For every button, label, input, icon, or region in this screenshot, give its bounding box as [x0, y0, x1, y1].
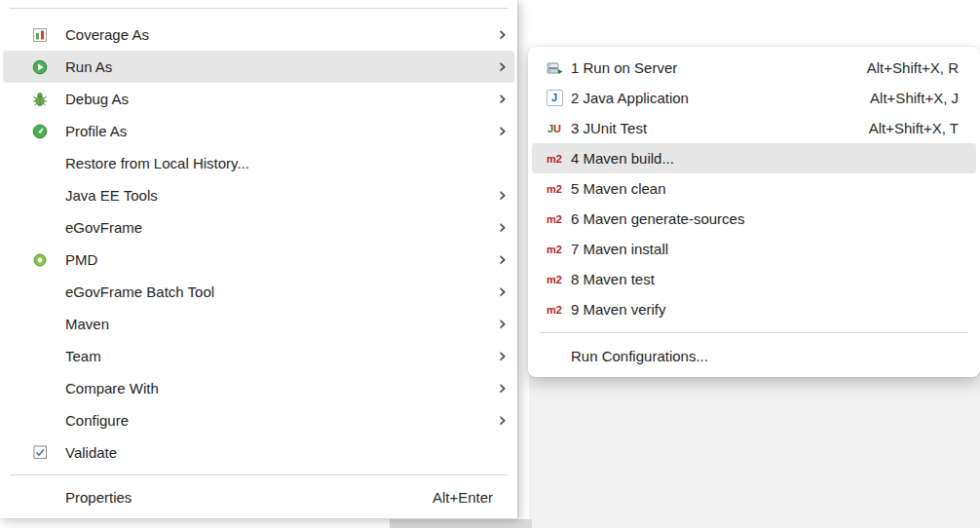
- chevron-right-icon: ›: [499, 409, 507, 430]
- menu-item-label: PMD: [65, 251, 97, 268]
- menu-item-label: Compare With: [65, 380, 159, 396]
- menu-item-properties[interactable]: Properties Alt+Enter: [3, 481, 514, 513]
- menu-item-compare-with[interactable]: Compare With ›: [3, 372, 514, 404]
- chevron-right-icon: ›: [499, 377, 507, 397]
- menu-item-coverage-as[interactable]: Coverage As ›: [3, 19, 514, 51]
- submenu-item-label: 1 Run on Server: [571, 59, 677, 76]
- menu-item-restore-from-local-history[interactable]: Restore from Local History...: [3, 147, 514, 179]
- submenu-item-label: 7 Maven install: [571, 241, 668, 257]
- menu-item-label: Coverage As: [65, 26, 149, 43]
- menu-item-shortcut: Alt+Enter: [433, 489, 493, 506]
- submenu-item-label: 4 Maven build...: [571, 150, 674, 167]
- debug-icon: [29, 91, 51, 108]
- menu-item-maven[interactable]: Maven ›: [3, 308, 514, 340]
- menu-item-label: eGovFrame Batch Tool: [65, 283, 214, 300]
- menu-item-validate[interactable]: Validate: [3, 436, 514, 469]
- menu-separator: [10, 8, 508, 9]
- menu-item-label: Maven: [65, 316, 109, 332]
- submenu-item-java-application[interactable]: J 2 Java Application Alt+Shift+X, J: [532, 83, 976, 113]
- menu-item-label: Configure: [65, 412, 129, 429]
- menu-item-label: Properties: [65, 489, 132, 506]
- chevron-right-icon: ›: [499, 56, 507, 76]
- submenu-item-shortcut: Alt+Shift+X, T: [869, 120, 959, 136]
- submenu-item-label: 6 Maven generate-sources: [571, 210, 744, 227]
- submenu-item-maven-test[interactable]: m2 8 Maven test: [532, 264, 976, 294]
- submenu-item-shortcut: Alt+Shift+X, R: [867, 59, 959, 76]
- menu-item-java-ee-tools[interactable]: Java EE Tools ›: [3, 179, 514, 211]
- chevron-right-icon: ›: [499, 184, 507, 205]
- menu-item-label: Validate: [65, 444, 117, 461]
- chevron-right-icon: ›: [499, 23, 507, 44]
- submenu-item-run-configurations[interactable]: Run Configurations...: [532, 341, 976, 371]
- maven-m2-icon: m2: [544, 150, 565, 168]
- submenu-item-junit-test[interactable]: JU 3 JUnit Test Alt+Shift+X, T: [532, 113, 976, 143]
- menu-item-profile-as[interactable]: Profile As ›: [3, 115, 514, 147]
- maven-m2-icon: m2: [544, 271, 565, 288]
- background-ui-strip: [390, 519, 532, 528]
- maven-m2-icon: m2: [544, 210, 565, 228]
- submenu-item-label: Run Configurations...: [571, 348, 708, 364]
- chevron-right-icon: ›: [499, 120, 507, 140]
- submenu-item-label: 3 JUnit Test: [571, 120, 647, 136]
- pmd-icon: [29, 251, 51, 269]
- maven-m2-icon: m2: [544, 180, 565, 198]
- chevron-right-icon: ›: [499, 88, 507, 108]
- menu-separator: [10, 474, 508, 475]
- workbench-background: [529, 370, 980, 528]
- coverage-icon: [29, 26, 51, 44]
- maven-m2-icon: m2: [544, 241, 565, 258]
- submenu-item-shortcut: Alt+Shift+X, J: [870, 90, 959, 106]
- menu-item-configure[interactable]: Configure ›: [3, 404, 514, 436]
- chevron-right-icon: ›: [499, 216, 507, 237]
- menu-item-egovframe[interactable]: eGovFrame ›: [3, 211, 514, 244]
- submenu-item-maven-generate-sources[interactable]: m2 6 Maven generate-sources: [532, 204, 976, 234]
- submenu-item-maven-clean[interactable]: m2 5 Maven clean: [532, 173, 976, 204]
- submenu-item-label: 9 Maven verify: [571, 301, 666, 318]
- run-icon: [29, 58, 51, 76]
- submenu-item-maven-build[interactable]: m2 4 Maven build...: [532, 143, 976, 173]
- menu-item-label: Profile As: [65, 123, 127, 139]
- chevron-right-icon: ›: [499, 345, 507, 365]
- submenu-item-label: 5 Maven clean: [571, 180, 666, 197]
- menu-item-label: Run As: [65, 58, 112, 75]
- java-application-icon: J: [544, 90, 565, 107]
- run-as-submenu: 1 Run on Server Alt+Shift+X, R J 2 Java …: [528, 47, 980, 377]
- junit-test-icon: JU: [544, 120, 565, 137]
- menu-separator: [540, 332, 968, 333]
- profile-icon: [29, 123, 51, 140]
- menu-item-label: Team: [65, 348, 101, 364]
- menu-item-pmd[interactable]: PMD ›: [3, 244, 514, 276]
- chevron-right-icon: ›: [499, 248, 507, 269]
- menu-item-label: Java EE Tools: [65, 187, 158, 204]
- chevron-right-icon: ›: [499, 281, 507, 301]
- maven-m2-icon: m2: [544, 301, 565, 319]
- menu-item-egovframe-batch-tool[interactable]: eGovFrame Batch Tool ›: [3, 276, 514, 308]
- menu-item-run-as[interactable]: Run As ›: [3, 51, 514, 83]
- submenu-item-label: 2 Java Application: [571, 90, 689, 106]
- menu-item-team[interactable]: Team ›: [3, 340, 514, 372]
- submenu-item-run-on-server[interactable]: 1 Run on Server Alt+Shift+X, R: [532, 53, 976, 83]
- checkbox-checked-icon: [29, 444, 51, 462]
- context-menu: Coverage As › Run As › Debug As › Profil…: [0, 0, 517, 518]
- menu-item-label: eGovFrame: [65, 219, 142, 236]
- menu-item-label: Debug As: [65, 91, 129, 107]
- menu-item-label: Restore from Local History...: [65, 155, 249, 171]
- submenu-item-maven-verify[interactable]: m2 9 Maven verify: [532, 294, 976, 324]
- submenu-item-maven-install[interactable]: m2 7 Maven install: [532, 234, 976, 264]
- menu-item-debug-as[interactable]: Debug As ›: [3, 83, 514, 115]
- run-on-server-icon: [544, 59, 565, 77]
- chevron-right-icon: ›: [499, 313, 507, 333]
- submenu-item-label: 8 Maven test: [571, 271, 655, 287]
